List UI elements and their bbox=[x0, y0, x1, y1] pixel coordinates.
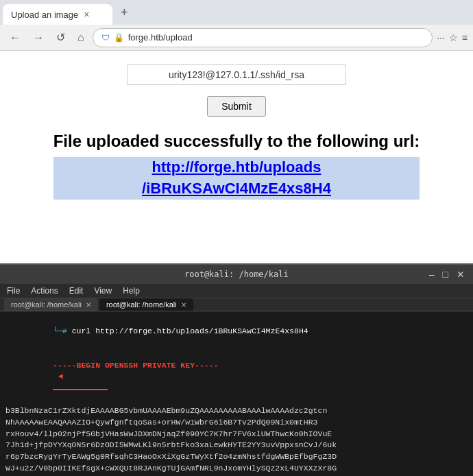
key-line-4: r6p7bzcRygYrTyEAWg5g0RfsqhC3HaoOxXiXgGzT… bbox=[5, 451, 468, 463]
key-line-0: b3BlbnNzaC1rZXktdjEAAAABG5vbmUAAAAEbm9uZ… bbox=[5, 405, 468, 417]
page-content: Submit File uploaded successfully to the… bbox=[0, 51, 473, 476]
back-button[interactable]: ← bbox=[5, 29, 25, 47]
terminal-body[interactable]: └─# curl http://forge.htb/uploads/iBRuKS… bbox=[0, 311, 473, 476]
security-shield-icon: 🛡 bbox=[101, 33, 110, 43]
terminal-controls: – □ ✕ bbox=[426, 269, 468, 280]
tab-bar: Upload an image × + bbox=[0, 0, 473, 25]
nav-extras: ··· ☆ ≡ bbox=[437, 32, 468, 43]
success-message: File uploaded successfully to the follow… bbox=[53, 130, 420, 200]
reload-button[interactable]: ↺ bbox=[52, 28, 69, 47]
key-line-3: 7Jh1d+jfpDYYXqON5r6DzODI5WMwLKl9n5rbtFko… bbox=[5, 440, 468, 451]
browser-window: Upload an image × + ← → ↺ ⌂ 🛡 🔒 forge.ht… bbox=[0, 0, 473, 476]
menu-help[interactable]: Help bbox=[123, 286, 140, 296]
tab-title: Upload an image bbox=[11, 10, 78, 20]
terminal-title: root@kali: /home/kali bbox=[47, 270, 426, 279]
tab-close-icon[interactable]: × bbox=[84, 9, 89, 20]
terminal-tab-1[interactable]: root@kali: /home/kali ✕ bbox=[4, 298, 98, 311]
terminal-window: root@kali: /home/kali – □ ✕ File Actions… bbox=[0, 263, 473, 476]
menu-view[interactable]: View bbox=[94, 286, 112, 296]
active-tab[interactable]: Upload an image × bbox=[3, 4, 112, 25]
terminal-titlebar: root@kali: /home/kali – □ ✕ bbox=[0, 265, 473, 284]
menu-dots-button[interactable]: ··· bbox=[437, 32, 445, 43]
address-bar[interactable]: 🛡 🔒 forge.htb/upload bbox=[93, 28, 433, 47]
menu-actions[interactable]: Actions bbox=[31, 286, 58, 296]
menu-edit[interactable]: Edit bbox=[69, 286, 84, 296]
minimize-button[interactable]: – bbox=[426, 269, 437, 280]
success-heading: File uploaded successfully to the follow… bbox=[53, 130, 420, 152]
lock-icon: 🔒 bbox=[114, 33, 124, 43]
terminal-menubar: File Actions Edit View Help bbox=[0, 284, 473, 298]
terminal-tabs: root@kali: /home/kali ✕ root@kali: /home… bbox=[0, 298, 473, 311]
upload-link[interactable]: http://forge.htb/uploads /iBRuKSAwCI4MzE… bbox=[53, 157, 420, 200]
url-input[interactable] bbox=[127, 64, 346, 85]
close-terminal-button[interactable]: ✕ bbox=[454, 269, 468, 280]
menu-file[interactable]: File bbox=[7, 286, 20, 296]
maximize-button[interactable]: □ bbox=[440, 269, 451, 280]
key-line-1: NhAAAAAwEAAQAAAZIO+QywfgnftqoSas+orHW/w1… bbox=[5, 417, 468, 429]
bookmark-button[interactable]: ☆ bbox=[449, 32, 458, 43]
key-line-2: rxHouv4/llp02njPf5GbjVHasWwJDXmDNjaqZf09… bbox=[5, 429, 468, 440]
begin-key-line: -----BEGIN OPENSSH PRIVATE KEY----- ◄ bbox=[5, 348, 468, 405]
arrow-icon: ◄ bbox=[58, 372, 63, 381]
address-text: forge.htb/upload bbox=[128, 32, 424, 43]
forward-button[interactable]: → bbox=[29, 29, 48, 47]
terminal-tab-2[interactable]: root@kali: /home/kali ✕ bbox=[99, 298, 193, 311]
navigation-bar: ← → ↺ ⌂ 🛡 🔒 forge.htb/upload ··· ☆ ≡ bbox=[0, 25, 473, 51]
tab2-close-icon[interactable]: ✕ bbox=[181, 301, 186, 309]
command-line: └─# curl http://forge.htb/uploads/iBRuKS… bbox=[5, 314, 468, 348]
tab1-close-icon[interactable]: ✕ bbox=[86, 301, 91, 309]
new-tab-button[interactable]: + bbox=[115, 3, 134, 23]
home-button[interactable]: ⌂ bbox=[73, 29, 88, 47]
extensions-button[interactable]: ≡ bbox=[462, 32, 468, 43]
submit-button[interactable]: Submit bbox=[207, 96, 266, 117]
key-line-5: WJ+u2z/V0bp0IIKEfsgX+cWXQUt8RJAnKgTUjGAm… bbox=[5, 463, 468, 475]
